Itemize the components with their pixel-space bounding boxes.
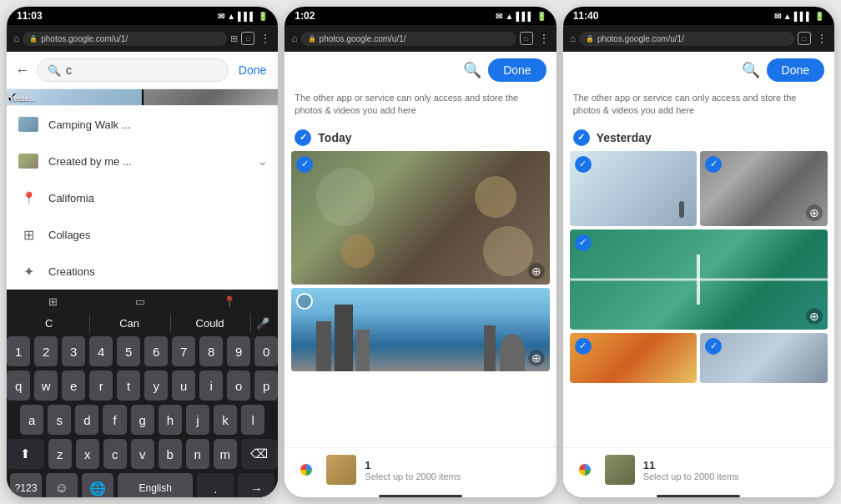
key-1[interactable]: 1 <box>7 336 30 366</box>
status-icons-2: ✉ ▲ ▌▌▌ 🔋 <box>496 12 546 21</box>
key-k[interactable]: k <box>214 405 237 435</box>
tab-switcher-3[interactable]: □ <box>798 32 811 45</box>
suggestion-creations[interactable]: ✦ Creations <box>7 253 278 290</box>
key-l[interactable]: l <box>241 405 264 435</box>
key-x[interactable]: x <box>76 439 99 469</box>
zoom-icon-rocky: ⊕ <box>806 204 823 221</box>
key-3[interactable]: 3 <box>62 336 85 366</box>
word-chip-could[interactable]: Could <box>170 314 249 333</box>
beach-photo-1[interactable]: ✓ <box>570 151 697 226</box>
key-0[interactable]: 0 <box>254 336 278 366</box>
tab-switcher[interactable]: □ <box>241 32 254 45</box>
key-space[interactable]: English <box>118 473 193 497</box>
sunset-photo[interactable]: ✓ <box>570 333 697 383</box>
phone3: 11:40 ✉ ▲ ▌▌▌ 🔋 ⌂ 🔒 photos.google.com/u/… <box>563 7 834 497</box>
menu-dots[interactable]: ⋮ <box>259 32 271 45</box>
bottom-divider-3 <box>657 495 740 497</box>
key-9[interactable]: 9 <box>227 336 250 366</box>
key-shift[interactable]: ⬆ <box>8 439 44 469</box>
key-i[interactable]: i <box>199 370 223 401</box>
key-4[interactable]: 4 <box>89 336 113 366</box>
word-chip-can[interactable]: Can <box>89 314 168 333</box>
key-g[interactable]: g <box>131 405 154 435</box>
suggestion-california[interactable]: 📍 California <box>7 179 278 216</box>
url-pill-1[interactable]: 🔒 photos.google.com/u/1/ <box>23 32 227 46</box>
key-w[interactable]: w <box>34 370 58 401</box>
portrait-photo[interactable]: ✓ <box>700 333 828 383</box>
key-q[interactable]: q <box>7 370 30 401</box>
key-v[interactable]: v <box>131 439 154 469</box>
rocky-photo-1[interactable]: ✓ ⊕ <box>700 151 828 226</box>
key-8[interactable]: 8 <box>199 336 223 366</box>
key-z[interactable]: z <box>48 439 72 469</box>
photo-beach[interactable]: ✓ Yeste... <box>7 89 142 105</box>
word-chip-c[interactable]: C <box>10 314 88 333</box>
photo-grid-3: ✓ ✓ ⊕ ✓ ⊕ ✓ <box>563 151 834 447</box>
key-d[interactable]: d <box>75 405 98 435</box>
photos-bottom-bar-2: 1 Select up to 2000 items <box>285 447 556 491</box>
key-f[interactable]: f <box>103 405 126 435</box>
key-6[interactable]: 6 <box>144 336 168 366</box>
key-n[interactable]: n <box>186 439 209 469</box>
key-p[interactable]: p <box>254 370 278 401</box>
zoom-icon-aerial: ⊕ <box>806 308 823 325</box>
key-y[interactable]: y <box>144 370 168 401</box>
key-emoji[interactable]: ☺ <box>46 473 78 497</box>
mic-word-chip[interactable]: 🎤 <box>250 314 274 333</box>
key-e[interactable]: e <box>62 370 85 401</box>
yesterday-check-icon: ✓ <box>573 129 590 146</box>
translate-icon: ⊞ <box>230 33 238 44</box>
done-button-3[interactable]: Done <box>767 58 824 82</box>
word-suggestions: C Can Could 🎤 <box>10 314 274 333</box>
food-photo[interactable]: ✓ ⊕ <box>291 151 549 285</box>
url-text-2: photos.google.com/u/1/ <box>320 34 406 43</box>
key-h[interactable]: h <box>159 405 182 435</box>
key-7[interactable]: 7 <box>172 336 195 366</box>
search-row: ← 🔍 c Done <box>7 52 278 89</box>
url-pill-3[interactable]: 🔒 photos.google.com/u/1/ <box>579 32 794 46</box>
key-o[interactable]: o <box>227 370 250 401</box>
aerial-photo[interactable]: ✓ ⊕ <box>570 229 828 330</box>
wifi-icon-3: ▲ <box>783 12 792 21</box>
key-r[interactable]: r <box>89 370 113 401</box>
key-enter[interactable]: . <box>197 473 234 497</box>
key-b[interactable]: b <box>159 439 182 469</box>
suggestion-camping[interactable]: Camping Walk ... <box>7 106 278 143</box>
key-5[interactable]: 5 <box>117 336 140 366</box>
search-input[interactable]: c <box>66 63 218 77</box>
key-backspace[interactable]: ⌫ <box>241 439 278 469</box>
photo-mountain[interactable] <box>144 89 279 105</box>
back-button[interactable]: ← <box>15 62 30 79</box>
key-2[interactable]: 2 <box>34 336 58 366</box>
select-count-3: 11 <box>643 459 739 471</box>
key-m[interactable]: m <box>214 439 237 469</box>
google-photos-logo-3 <box>573 458 597 481</box>
menu-dots-3[interactable]: ⋮ <box>816 32 828 45</box>
search-button-3[interactable]: 🔍 <box>742 61 760 79</box>
key-s[interactable]: s <box>48 405 71 435</box>
search-button-2[interactable]: 🔍 <box>463 61 481 79</box>
key-a[interactable]: a <box>20 405 43 435</box>
done-button-1[interactable]: Done <box>235 62 269 78</box>
suggestion-collages[interactable]: ⊞ Collages <box>7 216 278 253</box>
mail-icon-2: ✉ <box>496 12 502 21</box>
key-return[interactable]: → <box>238 473 274 497</box>
status-bar-2: 1:02 ✉ ▲ ▌▌▌ 🔋 <box>285 7 556 25</box>
created-icon <box>17 149 40 173</box>
key-t[interactable]: t <box>117 370 140 401</box>
status-time-1: 11:03 <box>17 10 43 22</box>
suggestion-created[interactable]: Created by me ... ⌄ <box>7 143 278 179</box>
key-u[interactable]: u <box>172 370 195 401</box>
key-numbers[interactable]: ?123 <box>10 473 42 497</box>
menu-dots-2[interactable]: ⋮ <box>538 32 550 45</box>
suggestion-california-text: California <box>48 192 268 204</box>
key-c[interactable]: c <box>103 439 127 469</box>
url-bar-3: ⌂ 🔒 photos.google.com/u/1/ □ ⋮ <box>563 25 834 52</box>
tab-switcher-2[interactable]: □ <box>520 32 533 45</box>
key-j[interactable]: j <box>186 405 209 435</box>
city-photo[interactable]: ⊕ <box>291 288 549 371</box>
url-pill-2[interactable]: 🔒 photos.google.com/u/1/ <box>301 32 516 46</box>
key-globe[interactable]: 🌐 <box>82 473 113 497</box>
done-button-2[interactable]: Done <box>488 58 546 82</box>
search-box[interactable]: 🔍 c <box>37 58 229 82</box>
